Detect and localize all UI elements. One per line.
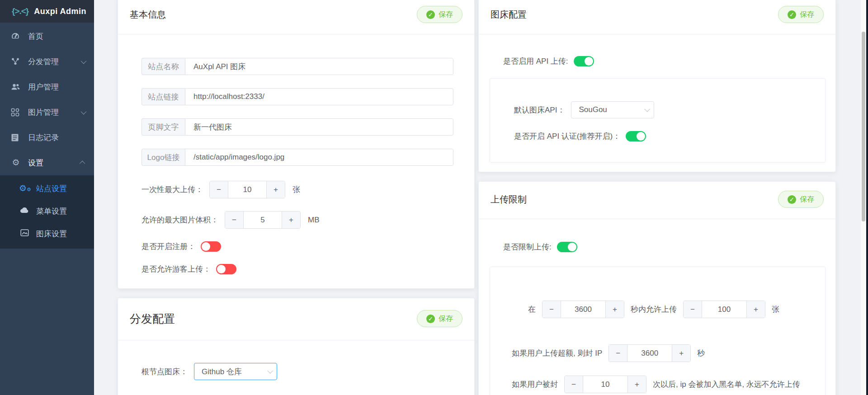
cloud-icon — [19, 207, 30, 216]
sidebar-item-bed-settings[interactable]: 图床设置 — [0, 222, 94, 245]
stepper-value[interactable]: 10 — [583, 376, 627, 393]
decrease-button[interactable]: − — [225, 212, 244, 228]
save-button[interactable]: ✓ 保存 — [778, 191, 824, 208]
main-content: 基本信息 ✓ 保存 站点名称 站点链接 — [94, 0, 868, 395]
increase-button[interactable]: + — [746, 301, 765, 318]
root-bed-select[interactable]: Github 仓库 — [194, 363, 277, 380]
api-auth-toggle[interactable] — [626, 131, 646, 141]
rate-count-stepper: − 100 + — [683, 301, 765, 318]
select-value: Github 仓库 — [202, 367, 242, 377]
check-circle-icon: ✓ — [788, 10, 796, 19]
upload-limit-header: 上传限制 ✓ 保存 — [479, 182, 835, 219]
basic-info-card: 基本信息 ✓ 保存 站点名称 站点链接 — [118, 0, 475, 289]
switch-label: 是否启用 API 上传: — [503, 56, 568, 66]
check-circle-icon: ✓ — [788, 195, 796, 204]
card-title: 图床配置 — [491, 9, 527, 21]
stepper-value[interactable]: 100 — [702, 301, 746, 318]
stepper-label: 一次性最大上传： — [142, 184, 203, 195]
blacklist-suffix-label: 次以后, ip 会被加入黑名单, 永远不允许上传 — [653, 379, 800, 390]
logo-icon: {>.<} — [12, 6, 28, 16]
register-toggle[interactable] — [201, 241, 221, 252]
dispatch-config-header: 分发配置 ✓ 保存 — [118, 298, 474, 340]
scrollbar-track[interactable] — [861, 0, 866, 395]
gear-icon: ⚙ — [11, 158, 21, 168]
stepper-label: 允许的最大图片体积： — [142, 215, 218, 225]
right-column: 图床配置 ✓ 保存 是否启用 API 上传: 默认图床API： — [478, 0, 836, 395]
sidebar-item-menu-settings[interactable]: 菜单设置 — [0, 200, 94, 222]
logo-url-field-group: Logo链接 — [142, 149, 453, 166]
toggle-knob — [217, 265, 226, 273]
stepper-value[interactable]: 3600 — [627, 345, 672, 362]
select-label: 默认图床API： — [514, 105, 565, 115]
stepper-value[interactable]: 5 — [244, 212, 282, 228]
blacklist-row: 如果用户被封 − 10 + 次以后, ip 会被加入黑名单, 永远不允许上传 — [512, 376, 811, 393]
ban-seconds-stepper: − 3600 + — [609, 344, 691, 362]
stepper-value[interactable]: 10 — [228, 181, 266, 198]
switch-label: 是否开启注册： — [142, 241, 195, 252]
guest-upload-toggle[interactable] — [216, 264, 236, 274]
card-title: 基本信息 — [130, 9, 166, 21]
save-button-label: 保存 — [439, 314, 453, 324]
left-column: 基本信息 ✓ 保存 站点名称 站点链接 — [118, 0, 475, 395]
gears-icon: ⚙⚙ — [19, 184, 30, 193]
chevron-down-icon — [645, 106, 651, 112]
logo-url-input[interactable] — [185, 149, 453, 166]
footer-text-input[interactable] — [185, 118, 453, 136]
increase-button[interactable]: + — [266, 181, 285, 198]
decrease-button[interactable]: − — [542, 301, 561, 318]
api-upload-toggle[interactable] — [574, 56, 594, 66]
stepper-value[interactable]: 3600 — [561, 301, 605, 318]
switch-label: 是否开启 API 认证(推荐开启)： — [514, 131, 620, 141]
increase-button[interactable]: + — [605, 301, 624, 318]
settings-submenu: ⚙⚙ 站点设置 菜单设置 图床设置 — [0, 175, 94, 249]
api-upload-switch-row: 是否启用 API 上传: — [503, 56, 826, 66]
increase-button[interactable]: + — [627, 376, 646, 393]
sidebar: {>.<} Auxpi Admin 首页 分发管理 — [0, 0, 94, 395]
field-prepend-label: 站点名称 — [142, 58, 185, 75]
limit-upload-toggle[interactable] — [557, 242, 577, 252]
save-button[interactable]: ✓ 保存 — [417, 6, 462, 23]
sidebar-item-home[interactable]: 首页 — [0, 24, 94, 49]
site-name-input[interactable] — [185, 58, 453, 75]
sidebar-item-image-management[interactable]: 图片管理 — [0, 99, 94, 125]
root-bed-row: 根节点图床： Github 仓库 — [142, 363, 453, 380]
save-button-label: 保存 — [800, 195, 814, 204]
decrease-button[interactable]: − — [565, 376, 583, 393]
site-url-input[interactable] — [185, 88, 453, 105]
ban-ip-row: 如果用户上传超额, 则封 IP − 3600 + 秒 — [512, 344, 811, 362]
footer-text-field-group: 页脚文字 — [142, 118, 453, 136]
decrease-button[interactable]: − — [210, 181, 228, 198]
switch-label: 是否允许游客上传： — [142, 264, 211, 274]
sidebar-item-label: 设置 — [28, 158, 81, 168]
sidebar-item-user-management[interactable]: 用户管理 — [0, 74, 94, 99]
sidebar-item-label: 用户管理 — [28, 82, 85, 92]
upload-limit-panel: 在 − 3600 + 秒内允许上传 − 100 + — [490, 267, 826, 395]
sidebar-item-site-settings[interactable]: ⚙⚙ 站点设置 — [0, 177, 94, 200]
sidebar-item-logs[interactable]: 日志记录 — [0, 125, 94, 150]
increase-button[interactable]: + — [282, 212, 300, 228]
max-upload-row: 一次性最大上传： − 10 + 张 — [142, 181, 453, 198]
decrease-button[interactable]: − — [609, 345, 627, 362]
field-prepend-label: 站点链接 — [142, 88, 185, 105]
save-button[interactable]: ✓ 保存 — [778, 6, 824, 23]
upload-limit-card: 上传限制 ✓ 保存 是否限制上传: 在 — [478, 181, 836, 395]
default-api-select[interactable]: SouGou — [571, 101, 654, 118]
ban-prefix-label: 如果用户上传超额, 则封 IP — [512, 348, 602, 358]
rate-seconds-stepper: − 3600 + — [542, 301, 624, 318]
dashboard-icon — [11, 32, 21, 41]
app-root: {>.<} Auxpi Admin 首页 分发管理 — [0, 0, 868, 395]
select-value: SouGou — [579, 105, 607, 114]
card-title: 分发配置 — [130, 311, 175, 326]
sidebar-item-dispatch-management[interactable]: 分发管理 — [0, 49, 94, 74]
share-icon — [11, 57, 21, 66]
sidebar-item-label: 图片管理 — [28, 107, 81, 118]
scrollbar-thumb[interactable] — [862, 32, 865, 221]
save-button[interactable]: ✓ 保存 — [417, 310, 462, 327]
select-label: 根节点图床： — [142, 367, 188, 377]
decrease-button[interactable]: − — [684, 301, 702, 318]
increase-button[interactable]: + — [672, 345, 690, 362]
dispatch-config-card: 分发配置 ✓ 保存 根节点图床： Github 仓库 — [118, 298, 475, 395]
sidebar-item-settings[interactable]: ⚙ 设置 — [0, 150, 94, 175]
blacklist-prefix-label: 如果用户被封 — [512, 379, 558, 390]
app-title: Auxpi Admin — [34, 7, 86, 16]
